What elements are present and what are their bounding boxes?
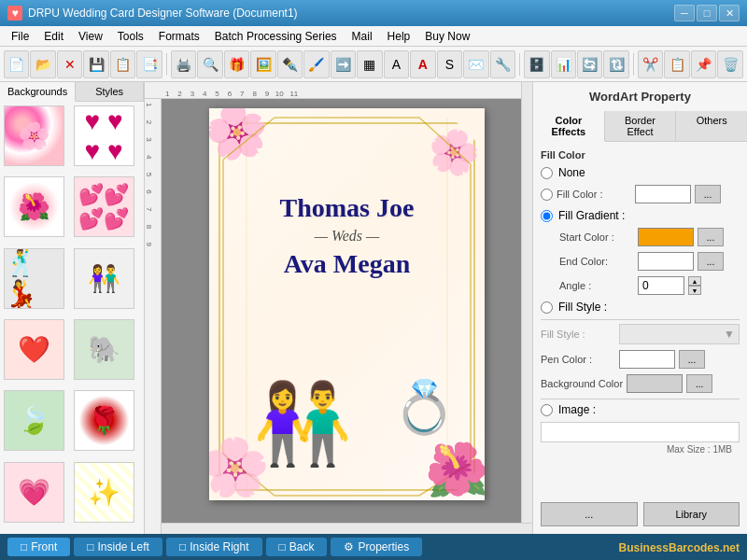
tab-color-effects[interactable]: Color Effects [533,111,605,142]
tab-back-label: Back [289,540,315,553]
list-item[interactable]: 💗 [4,462,64,523]
bg-color-box[interactable] [627,374,683,393]
fillstyle-dropdown[interactable]: ▼ [619,324,740,344]
scrollbar-vertical[interactable] [521,82,532,523]
toolbar-btn-arrow[interactable]: ➡️ [331,50,356,78]
minimize-button[interactable]: ─ [674,5,695,21]
radio-fill-gradient[interactable] [541,210,553,222]
menu-item-file[interactable]: File [4,26,36,47]
toolbar-btn-chart[interactable]: 📊 [551,50,576,78]
tab-styles[interactable]: Styles [76,82,144,101]
menu-item-edit[interactable]: Edit [36,26,71,47]
pen-color-box[interactable] [619,350,675,369]
toolbar-btn-new[interactable]: 📄 [4,50,29,78]
list-item[interactable]: 💕💕💕💕 [74,176,134,237]
bg-color-browse[interactable]: ... [686,374,712,393]
toolbar-btn-paste[interactable]: 📌 [691,50,716,78]
library-button[interactable]: Library [643,502,740,526]
angle-input[interactable]: 0 [638,276,684,295]
tab-back[interactable]: □ Back [266,538,328,556]
tab-front[interactable]: □ Front [7,538,70,556]
radio-fill-style[interactable] [541,301,553,314]
right-panel: WordArt Property Color Effects Border Ef… [532,82,747,534]
center-canvas: 1 2 3 4 5 6 7 8 9 10 11 1 2 3 4 5 6 7 8 … [145,82,532,534]
toolbar-btn-open[interactable]: 📂 [30,50,55,78]
list-item[interactable]: 🌹 [74,390,134,451]
prev-button[interactable]: ... [541,502,638,526]
menu-item-help[interactable]: Help [380,26,418,47]
tab-border-effect[interactable]: Border Effect [605,111,677,141]
section-fill-label: Fill Color [541,149,740,161]
image-path-box[interactable] [541,422,740,442]
list-item[interactable]: 🌸 [4,105,64,166]
fill-color-box[interactable] [635,185,691,203]
toolbar-btn-flip[interactable]: 🔃 [603,50,628,78]
menu-item-buy-now[interactable]: Buy Now [417,26,477,47]
menu-item-batch-processing-series[interactable]: Batch Processing Series [207,26,345,47]
toolbar-btn-rotate[interactable]: 🔄 [577,50,602,78]
toolbar-btn-db[interactable]: 🗄️ [524,50,549,78]
color-row-pen: Pen Color : ... [541,350,740,369]
toolbar-btn-copy2[interactable]: 📋 [664,50,689,78]
panel-tabs: Backgrounds Styles [0,82,144,102]
list-item[interactable]: 🐘 [74,319,134,380]
toolbar-btn-close[interactable]: ✕ [57,50,82,78]
toolbar-btn-delete[interactable]: 🗑️ [717,50,742,78]
menu-item-view[interactable]: View [71,26,110,47]
close-button[interactable]: ✕ [719,5,740,21]
spinner-up[interactable]: ▲ [688,276,701,286]
toolbar-btn-cut[interactable]: ✂️ [638,50,663,78]
list-item[interactable]: ✨ [74,462,134,523]
maximize-button[interactable]: □ [697,5,717,21]
start-color-browse[interactable]: ... [698,228,724,246]
start-color-box[interactable] [638,228,694,246]
toolbar-btn-pen[interactable]: ✒️ [277,50,303,78]
image-label: Image : [558,403,596,416]
separator-2 [541,399,740,399]
menu-item-formats[interactable]: Formats [151,26,207,47]
end-color-browse[interactable]: ... [698,252,724,271]
list-item[interactable]: 🍃 [4,390,64,451]
list-item[interactable]: ♥ ♥♥ ♥ [74,105,134,166]
toolbar-btn-shapes[interactable]: S [437,50,462,78]
radio-none[interactable] [541,167,553,179]
pen-color-browse[interactable]: ... [679,350,705,369]
end-color-box[interactable] [638,252,694,271]
toolbar-btn-gift[interactable]: 🎁 [224,50,249,78]
toolbar-btn-paint[interactable]: 🖌️ [303,50,329,78]
toolbar-btn-save2[interactable]: 📋 [110,50,135,78]
menu-item-tools[interactable]: Tools [110,26,151,47]
toolbar-btn-barcode[interactable]: ▦ [357,50,382,78]
toolbar-btn-copy[interactable]: 📑 [136,50,162,78]
tab-backgrounds[interactable]: Backgrounds [0,82,76,102]
color-row-bg: Background Color ... [541,374,740,393]
tab-inside-right[interactable]: □ Inside Right [166,538,262,556]
toolbar-btn-text[interactable]: A [384,50,409,78]
toolbar-btn-mail[interactable]: ✉️ [463,50,488,78]
radio-row-image: Image : [541,403,740,416]
toolbar-btn-print[interactable]: 🖨️ [171,50,196,78]
tab-properties[interactable]: ⚙ Properties [331,538,422,556]
radio-fill-color[interactable] [541,189,553,201]
toolbar-btn-wordart[interactable]: A [410,50,435,78]
fill-color-browse[interactable]: ... [695,185,721,203]
list-item[interactable]: ❤️ [4,319,64,380]
front-icon: □ [21,540,27,553]
toolbar-btn-preview[interactable]: 🔍 [197,50,222,78]
inside-right-icon: □ [179,540,186,553]
list-item[interactable]: 🌺 [4,176,64,237]
canvas-area[interactable]: 🌸 🌸 Thomas Joe — Weds — Ava Megan 🌸 🌺 [162,99,532,523]
radio-image[interactable] [541,404,553,416]
list-item[interactable]: 🕺💃 [4,248,64,309]
toolbar-btn-wand[interactable]: 🔧 [490,50,515,78]
properties-icon: ⚙ [344,540,354,553]
scrollbar-horizontal[interactable] [162,523,532,534]
tab-others[interactable]: Others [676,111,747,141]
list-item[interactable]: 👫 [74,248,134,309]
title-bar-left: ♥ DRPU Wedding Card Designer Software (D… [7,6,298,21]
toolbar-btn-image[interactable]: 🖼️ [250,50,275,78]
tab-inside-left[interactable]: □ Inside Left [74,538,162,556]
toolbar-btn-save[interactable]: 💾 [83,50,108,78]
menu-item-mail[interactable]: Mail [345,26,380,47]
spinner-down[interactable]: ▼ [688,286,701,295]
